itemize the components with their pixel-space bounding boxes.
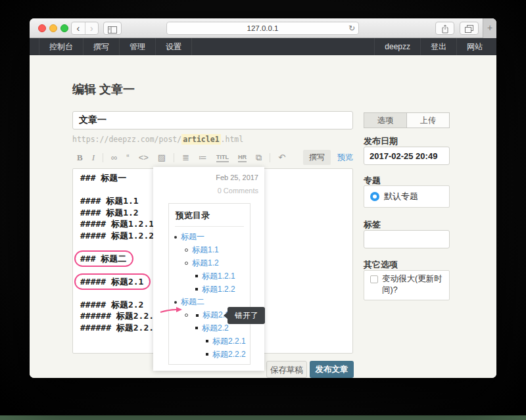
toc-link[interactable]: 标题1.2.1 [202,271,235,282]
toc-list: 标题一 标题1.1 标题1.2 标题1.2.1 标题1.2.2 [169,227,250,361]
tab-options[interactable]: 选项 [364,112,406,128]
bullet-square-icon [195,288,198,291]
unordered-list-icon[interactable]: ≔ [199,151,207,164]
toc-item: 标题1.2.1 [169,269,250,283]
editor-toolbar: B I ∞ “ <> ▨ ≣ ≔ TITL HR ⧉ ↶ 撰写 预览 [72,149,353,166]
quote-icon[interactable]: “ [126,151,129,164]
nav-item-logout[interactable]: 登出 [420,38,456,55]
heading-icon[interactable]: TITL [216,153,229,162]
checkbox-unchecked-icon[interactable] [370,275,378,283]
sidebar-toggle-button[interactable] [103,22,122,35]
ordered-list-icon[interactable]: ≣ [182,151,189,164]
tab-upload[interactable]: 上传 [406,112,450,128]
publish-date-input[interactable] [364,147,450,165]
tab-overview-button[interactable] [460,22,479,35]
nav-item-manage[interactable]: 管理 [119,38,155,55]
italic-icon[interactable]: I [92,151,95,164]
annotation-tooltip: 错开了 [227,307,265,324]
bullet-square-icon [195,327,198,329]
toolbar-divider [103,153,103,162]
tab-write[interactable]: 撰写 [303,150,331,165]
code-icon[interactable]: <> [139,151,149,164]
toc-item: 标题2.2.2 [169,348,250,361]
publish-button[interactable]: 发布文章 [310,361,354,378]
minimize-window-button[interactable] [49,24,57,32]
post-url-prefix: https://deepzz.com/post/ [72,135,181,144]
toc-link[interactable]: 标题2.2.2 [212,349,246,360]
navbar-left-group: 控制台 撰写 管理 设置 [30,38,192,55]
nav-item-settings[interactable]: 设置 [155,38,192,55]
page-break-icon[interactable]: ⧉ [256,151,262,164]
annotation-arrow [160,305,185,315]
close-window-button[interactable] [38,24,46,32]
editor-line: #### 标题1.1 [80,195,159,207]
editor-line: ###### 标题2.2.2 [80,322,159,334]
sidebar-icon [108,26,117,34]
undo-icon[interactable]: ↶ [278,151,285,164]
back-button[interactable]: ‹ [72,22,85,34]
toc-link[interactable]: 标题2.2 [202,323,229,334]
forward-button[interactable]: › [85,22,99,34]
bullet-circle-icon [185,262,188,265]
bullet-square-icon [196,314,199,317]
toc-link[interactable]: 标题2.2.1 [212,336,246,347]
post-title-input[interactable] [72,111,353,129]
post-url-suffix: .html [221,135,244,144]
nav-item-write[interactable]: 撰写 [83,38,119,55]
radio-selected-icon[interactable] [370,192,379,201]
bullet-square-icon [206,353,208,356]
toolbar-divider [270,153,270,162]
page-title: 编辑 文章一 [72,82,135,97]
bold-icon[interactable]: B [77,151,83,164]
other-options-label: 其它选项 [364,259,398,271]
editor-line: ###### 标题2.2.1 [80,310,159,322]
hr-icon[interactable]: HR [238,153,247,162]
tooltip-text: 错开了 [235,311,258,320]
toc-item: 标题一 [169,231,250,244]
browser-window: ‹ › 127.0.0.1 ↻ [30,18,496,378]
bullet-circle-icon [185,314,188,317]
new-tab-button[interactable]: + [483,18,496,38]
tab-preview[interactable]: 预览 [337,152,353,163]
toc-item: 标题1.2 [169,257,250,270]
toc-link[interactable]: 标题1.1 [192,245,219,256]
toc-link[interactable]: 标题1.2.2 [202,284,235,295]
zoom-window-button[interactable] [60,24,68,32]
address-bar[interactable]: 127.0.0.1 ↻ [166,22,359,35]
editor-line: ### 标题一 [80,172,159,184]
bullet-circle-icon [185,248,188,252]
annotation-circle-heading2-1 [74,273,151,290]
tags-input[interactable] [364,230,450,248]
toc-link[interactable]: 标题一 [181,231,204,243]
editor-line: ##### 标题1.2.2 [80,230,159,242]
editor-line: ##### 标题1.2.1 [80,218,159,230]
history-nav-buttons: ‹ › [71,22,99,35]
nav-item-console[interactable]: 控制台 [39,38,83,55]
toolbar-divider [174,153,174,162]
tabs-icon [465,25,473,33]
nav-item-site[interactable]: 网站 [456,38,492,55]
publish-date-label: 发布日期 [364,135,398,147]
preview-comments-count: 0 Comments [218,187,258,195]
link-icon[interactable]: ∞ [111,151,117,164]
share-button[interactable] [435,22,454,35]
toc-item: 标题1.1 [169,244,250,257]
sidebar-tab-group: 选项 上传 [364,112,450,128]
topic-option-label: 默认专题 [384,191,418,202]
editor-mode-switch: 撰写 预览 [303,149,353,166]
page-content: 编辑 文章一 https://deepzz.com/post/article1.… [30,55,496,378]
editor-line: ##### 标题2.2 [80,299,159,311]
toc-title: 预览目录 [169,204,250,226]
save-draft-button[interactable]: 保存草稿 [266,361,307,378]
toc-link[interactable]: 标题1.2 [192,258,219,269]
editor-line [80,184,159,196]
address-bar-url: 127.0.0.1 [167,22,358,34]
editor-line: #### 标题1.2 [80,207,159,219]
annotation-circle-heading2 [74,250,133,267]
toc-item: 标题2.2.1 [169,335,250,348]
reload-icon[interactable]: ↻ [348,22,355,34]
major-change-label: 变动很大(更新时间)? [382,273,443,296]
image-icon[interactable]: ▨ [158,151,166,164]
browser-titlebar: ‹ › 127.0.0.1 ↻ [30,18,496,38]
nav-item-username[interactable]: deepzz [374,38,420,55]
